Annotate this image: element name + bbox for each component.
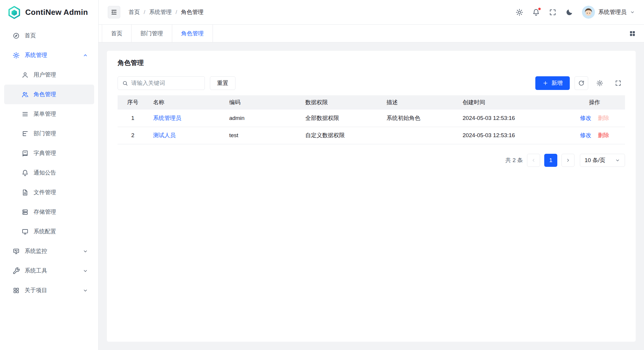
dark-mode-toggle[interactable] — [565, 8, 573, 16]
chevron-down-icon — [611, 158, 620, 163]
sidebar-menu: 首页 系统管理 用户管理 角色管理 菜单管理 部门管理 — [0, 25, 98, 300]
toolbar-right: 新增 — [535, 76, 625, 90]
search-box — [118, 76, 205, 90]
user-menu[interactable]: 系统管理员 — [582, 6, 635, 19]
sidebar-item-about-project[interactable]: 关于项目 — [4, 281, 94, 300]
tab-bar: 首页 部门管理 角色管理 — [99, 25, 644, 42]
settings-button[interactable] — [515, 8, 523, 16]
notifications-button[interactable] — [532, 8, 540, 16]
chevron-down-icon — [83, 268, 88, 274]
column-settings-button[interactable] — [593, 76, 607, 90]
role-name-link[interactable]: 系统管理员 — [153, 115, 181, 121]
pagination-page-1[interactable]: 1 — [544, 154, 557, 167]
chevron-down-icon — [83, 248, 88, 254]
sidebar-item-home[interactable]: 首页 — [4, 26, 94, 45]
reset-button[interactable]: 重置 — [210, 76, 235, 90]
sidebar-item-system-monitor[interactable]: 系统监控 — [4, 241, 94, 261]
gear-icon — [596, 80, 603, 87]
chevron-right-icon — [565, 158, 571, 163]
breadcrumb: 首页 / 系统管理 / 角色管理 — [129, 8, 204, 16]
tab-department-management[interactable]: 部门管理 — [132, 25, 172, 42]
breadcrumb-item-home[interactable]: 首页 — [129, 8, 140, 16]
refresh-icon — [578, 80, 585, 87]
gear-icon — [12, 52, 20, 59]
table-row: 1 系统管理员 admin 全部数据权限 系统初始角色 2024-05-03 1… — [118, 110, 625, 127]
menu-fold-icon — [110, 9, 118, 16]
refresh-button[interactable] — [575, 76, 588, 90]
role-management-card: 角色管理 重置 新增 — [107, 51, 636, 342]
sidebar-collapse-button[interactable] — [108, 6, 120, 18]
app-logo: ContiNew Admin — [0, 0, 98, 25]
sidebar-item-user-management[interactable]: 用户管理 — [4, 65, 94, 85]
sidebar-item-department-management[interactable]: 部门管理 — [4, 124, 94, 143]
table-row: 2 测试人员 test 自定义数据权限 2024-05-03 12:53:16 … — [118, 127, 625, 144]
role-name-link[interactable]: 测试人员 — [153, 132, 176, 138]
tab-home[interactable]: 首页 — [102, 25, 132, 42]
pagination-total: 共 2 条 — [505, 156, 523, 164]
cell-description — [382, 127, 458, 144]
plus-icon — [542, 80, 548, 86]
app-title: ContiNew Admin — [25, 8, 88, 17]
page-content: 角色管理 重置 新增 — [99, 42, 644, 350]
bell-icon — [21, 169, 29, 177]
apps-grid-icon — [629, 30, 636, 37]
breadcrumb-separator: / — [175, 9, 177, 15]
sidebar-item-system-management[interactable]: 系统管理 — [4, 45, 94, 65]
column-header-no: 序号 — [118, 95, 148, 110]
chevron-up-icon — [83, 53, 88, 58]
breadcrumb-item-system[interactable]: 系统管理 — [149, 8, 172, 16]
search-input[interactable] — [131, 80, 200, 86]
cell-code: admin — [224, 110, 300, 127]
user-name: 系统管理员 — [598, 8, 626, 16]
table-toolbar: 重置 新增 — [118, 76, 625, 90]
avatar — [582, 6, 595, 19]
user-icon — [21, 71, 29, 79]
sidebar-item-system-config[interactable]: 系统配置 — [4, 222, 94, 241]
pagination-next-button[interactable] — [561, 154, 575, 167]
edit-button[interactable]: 修改 — [580, 115, 591, 121]
fullscreen-icon — [615, 80, 622, 87]
sidebar-item-notice[interactable]: 通知公告 — [4, 163, 94, 183]
sidebar-item-menu-management[interactable]: 菜单管理 — [4, 104, 94, 124]
book-icon — [21, 150, 29, 157]
breadcrumb-separator: / — [144, 9, 145, 15]
display-icon — [21, 228, 29, 235]
table-fullscreen-button[interactable] — [611, 76, 625, 90]
users-icon — [21, 91, 29, 98]
cell-no: 1 — [118, 110, 148, 127]
cell-code: test — [224, 127, 300, 144]
pagination-prev-button[interactable] — [527, 154, 540, 167]
delete-button-disabled[interactable]: 删除 — [598, 115, 609, 121]
column-header-data-scope: 数据权限 — [300, 95, 381, 110]
tree-icon — [21, 130, 29, 137]
page-size-select[interactable]: 10 条/页 — [580, 154, 625, 167]
cell-data-scope: 全部数据权限 — [300, 110, 381, 127]
sidebar-item-storage-management[interactable]: 存储管理 — [4, 202, 94, 222]
pagination: 共 2 条 1 10 条/页 — [118, 154, 625, 167]
role-table: 序号 名称 编码 数据权限 描述 创建时间 操作 1 系统管理员 admin 全 — [118, 95, 625, 144]
gear-icon — [515, 8, 523, 16]
cell-created-at: 2024-05-03 12:53:16 — [458, 127, 564, 144]
breadcrumb-item-role[interactable]: 角色管理 — [181, 8, 204, 16]
fullscreen-icon — [549, 8, 557, 16]
edit-button[interactable]: 修改 — [580, 132, 591, 138]
sidebar-item-dictionary-management[interactable]: 字典管理 — [4, 143, 94, 163]
sidebar-item-role-management[interactable]: 角色管理 — [4, 85, 94, 104]
sidebar-item-file-management[interactable]: 文件管理 — [4, 183, 94, 202]
table-header-row: 序号 名称 编码 数据权限 描述 创建时间 操作 — [118, 95, 625, 110]
notification-badge — [538, 7, 541, 11]
home-icon — [12, 32, 20, 39]
wrench-icon — [12, 267, 20, 275]
tab-role-management[interactable]: 角色管理 — [172, 25, 213, 42]
fullscreen-button[interactable] — [549, 8, 557, 16]
sidebar-submenu-system-management: 用户管理 角色管理 菜单管理 部门管理 字典管理 通知公告 — [0, 65, 98, 241]
delete-button[interactable]: 删除 — [598, 132, 609, 138]
tab-actions-button[interactable] — [629, 25, 644, 42]
chevron-left-icon — [531, 158, 536, 163]
moon-icon — [565, 8, 573, 16]
sidebar: ContiNew Admin 首页 系统管理 用户管理 角色管理 菜单管理 — [0, 0, 99, 350]
sidebar-item-system-tools[interactable]: 系统工具 — [4, 261, 94, 281]
add-button[interactable]: 新增 — [535, 76, 570, 90]
cell-no: 2 — [118, 127, 148, 144]
column-header-created-at: 创建时间 — [458, 95, 564, 110]
